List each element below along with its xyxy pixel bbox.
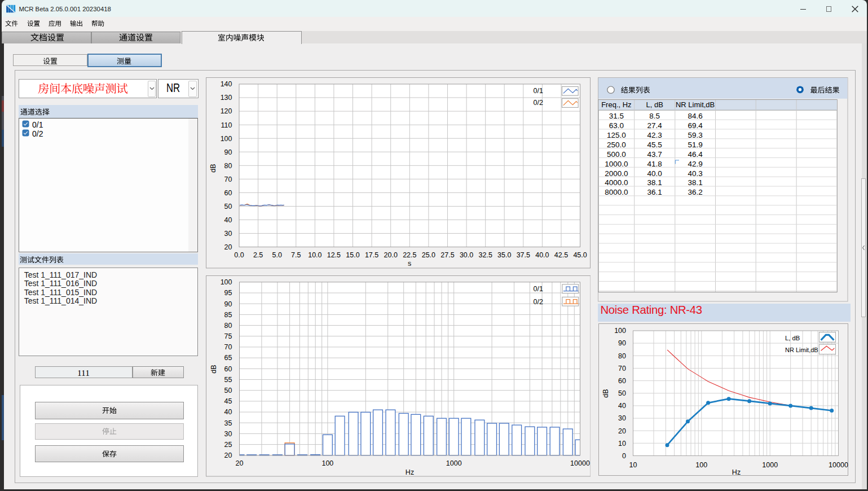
svg-text:500.0: 500.0 xyxy=(607,150,626,159)
svg-text:Hz: Hz xyxy=(732,468,740,476)
svg-text:32.5: 32.5 xyxy=(479,251,492,259)
svg-text:25: 25 xyxy=(224,441,232,449)
svg-text:35.0: 35.0 xyxy=(497,251,511,259)
svg-text:59.3: 59.3 xyxy=(688,131,702,139)
svg-text:1000: 1000 xyxy=(762,461,778,469)
svg-text:20: 20 xyxy=(224,451,232,459)
svg-text:85: 85 xyxy=(224,311,232,319)
svg-text:dB: dB xyxy=(209,365,217,373)
svg-text:60: 60 xyxy=(618,377,626,385)
svg-text:20: 20 xyxy=(235,459,243,467)
svg-text:30.0: 30.0 xyxy=(460,251,473,259)
svg-text:17.5: 17.5 xyxy=(365,251,378,259)
svg-text:NR Limit,dB: NR Limit,dB xyxy=(785,347,818,353)
svg-text:90: 90 xyxy=(618,339,626,347)
svg-text:46.4: 46.4 xyxy=(688,150,703,159)
svg-text:45.0: 45.0 xyxy=(573,251,587,259)
svg-text:5.0: 5.0 xyxy=(272,251,282,259)
svg-text:100: 100 xyxy=(221,135,232,143)
svg-text:37.5: 37.5 xyxy=(517,251,530,259)
svg-text:0/2: 0/2 xyxy=(533,298,543,306)
svg-text:140: 140 xyxy=(221,80,232,88)
svg-text:Freq., Hz: Freq., Hz xyxy=(601,100,631,109)
svg-text:110: 110 xyxy=(221,121,232,129)
svg-text:36.2: 36.2 xyxy=(688,188,702,196)
svg-text:45: 45 xyxy=(224,397,232,405)
svg-text:Hz: Hz xyxy=(405,468,413,476)
svg-text:20: 20 xyxy=(224,243,232,251)
svg-text:65: 65 xyxy=(224,354,232,362)
svg-text:75: 75 xyxy=(224,332,232,340)
svg-text:30: 30 xyxy=(224,430,232,438)
svg-text:125.0: 125.0 xyxy=(607,131,626,139)
svg-text:15.0: 15.0 xyxy=(346,251,359,259)
svg-text:8000.0: 8000.0 xyxy=(605,188,628,196)
svg-text:s: s xyxy=(408,260,411,268)
svg-text:84.6: 84.6 xyxy=(688,112,702,120)
svg-text:130: 130 xyxy=(221,94,232,102)
svg-text:NR Limit,dB: NR Limit,dB xyxy=(676,100,715,109)
svg-text:45.5: 45.5 xyxy=(647,141,662,149)
svg-text:0/1: 0/1 xyxy=(533,285,543,293)
svg-text:41.8: 41.8 xyxy=(647,160,662,168)
svg-text:40: 40 xyxy=(224,216,232,224)
svg-text:12.5: 12.5 xyxy=(327,251,341,259)
svg-text:10.0: 10.0 xyxy=(308,251,321,259)
svg-text:250.0: 250.0 xyxy=(607,141,626,149)
svg-text:20: 20 xyxy=(618,427,626,435)
svg-text:0/2: 0/2 xyxy=(534,99,543,107)
svg-text:95: 95 xyxy=(224,289,232,297)
svg-text:90: 90 xyxy=(224,300,232,308)
svg-text:L, dB: L, dB xyxy=(785,335,800,341)
svg-text:2.5: 2.5 xyxy=(253,251,263,259)
svg-text:80: 80 xyxy=(224,322,232,330)
svg-text:100: 100 xyxy=(614,327,626,335)
svg-text:40.0: 40.0 xyxy=(535,251,549,259)
svg-text:4000.0: 4000.0 xyxy=(605,178,628,187)
svg-text:42.5: 42.5 xyxy=(554,251,568,259)
svg-text:31.5: 31.5 xyxy=(609,112,624,120)
svg-text:120: 120 xyxy=(221,107,232,115)
svg-text:40: 40 xyxy=(224,408,232,416)
svg-text:51.9: 51.9 xyxy=(688,141,702,149)
svg-text:40: 40 xyxy=(618,402,626,410)
svg-text:27.5: 27.5 xyxy=(440,251,454,259)
svg-text:30: 30 xyxy=(224,230,232,238)
svg-text:10000: 10000 xyxy=(570,459,590,467)
svg-text:2000.0: 2000.0 xyxy=(605,169,628,178)
svg-text:60: 60 xyxy=(224,365,232,373)
svg-text:100: 100 xyxy=(695,461,707,469)
svg-text:0: 0 xyxy=(622,452,626,460)
svg-text:27.4: 27.4 xyxy=(647,121,663,130)
svg-text:1000.0: 1000.0 xyxy=(605,160,628,168)
svg-text:7.5: 7.5 xyxy=(291,251,301,259)
svg-text:38.1: 38.1 xyxy=(647,178,662,187)
svg-text:42.9: 42.9 xyxy=(688,160,702,168)
svg-text:69.4: 69.4 xyxy=(688,121,703,130)
svg-text:8.5: 8.5 xyxy=(649,112,660,120)
svg-text:10: 10 xyxy=(629,461,637,469)
svg-text:25.0: 25.0 xyxy=(422,251,435,259)
svg-text:1000: 1000 xyxy=(446,459,461,467)
svg-text:20.0: 20.0 xyxy=(384,251,398,259)
svg-text:22.5: 22.5 xyxy=(403,251,416,259)
svg-text:43.7: 43.7 xyxy=(647,150,662,159)
svg-text:dB: dB xyxy=(601,389,609,397)
svg-text:55: 55 xyxy=(224,376,232,384)
svg-text:10: 10 xyxy=(618,440,626,448)
svg-text:50: 50 xyxy=(618,389,626,397)
svg-text:36.1: 36.1 xyxy=(647,188,662,196)
svg-text:100: 100 xyxy=(220,278,232,286)
svg-text:L, dB: L, dB xyxy=(646,100,663,109)
svg-text:70: 70 xyxy=(224,176,232,183)
svg-text:63.0: 63.0 xyxy=(609,121,624,130)
svg-text:70: 70 xyxy=(618,365,626,372)
svg-text:38.1: 38.1 xyxy=(688,178,702,187)
svg-text:40.0: 40.0 xyxy=(647,169,662,178)
svg-text:dB: dB xyxy=(209,164,217,172)
svg-text:50: 50 xyxy=(224,203,232,211)
svg-text:10000: 10000 xyxy=(829,461,848,469)
svg-text:80: 80 xyxy=(224,162,232,170)
svg-text:40.3: 40.3 xyxy=(688,169,702,178)
svg-text:0.0: 0.0 xyxy=(234,251,244,259)
